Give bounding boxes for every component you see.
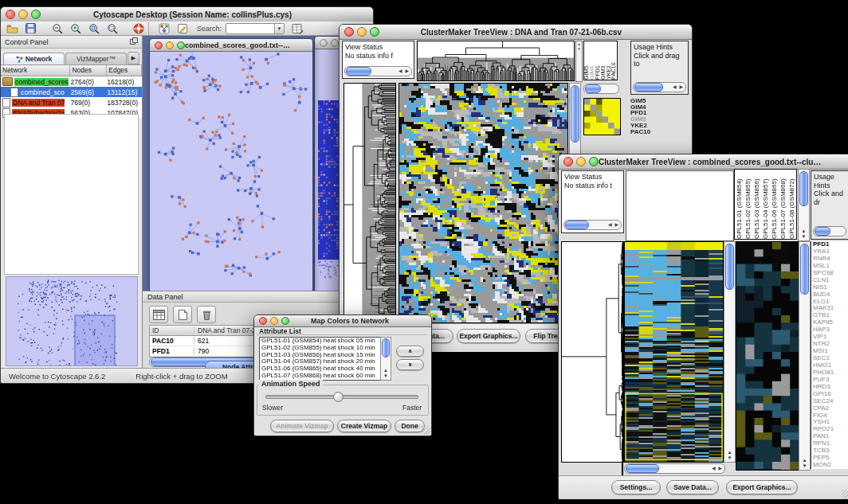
resize-grip[interactable] bbox=[842, 490, 848, 498]
window-controls[interactable] bbox=[563, 157, 599, 166]
scrollbar-thumb[interactable] bbox=[571, 85, 579, 143]
zoom-window-icon[interactable] bbox=[177, 41, 185, 49]
close-icon[interactable] bbox=[6, 10, 15, 19]
resize-grip[interactable] bbox=[422, 426, 430, 435]
network-row-combined-sco-selected[interactable]: combined_sco 2569(6) 13112(15) bbox=[1, 87, 142, 97]
minimize-icon[interactable] bbox=[331, 39, 339, 47]
column-labels-vscrollbar[interactable]: ▲▼ bbox=[798, 169, 810, 241]
column-labels-hscrollbar[interactable] bbox=[583, 84, 619, 94]
zoom-window-icon[interactable] bbox=[31, 10, 41, 19]
column-label[interactable]: GIM4 bbox=[590, 41, 595, 80]
scrollbar-thumb[interactable] bbox=[585, 84, 601, 93]
column-label[interactable]: GPL51-02 (GSM855) bbox=[744, 170, 752, 239]
zoom-in-icon[interactable] bbox=[67, 22, 84, 35]
heatmap-vscrollbar[interactable]: ▲▼ bbox=[724, 241, 736, 463]
float-panel-icon[interactable] bbox=[130, 37, 138, 46]
open-folder-icon[interactable] bbox=[4, 22, 21, 35]
delete-trash-icon[interactable] bbox=[197, 306, 216, 323]
minimize-icon[interactable] bbox=[166, 41, 174, 49]
minimize-icon[interactable] bbox=[357, 27, 367, 37]
column-header-nodes[interactable]: Nodes bbox=[70, 65, 107, 76]
view-status-hscrollbar[interactable]: ◀ ▶ bbox=[344, 66, 412, 76]
view-status-hscrollbar[interactable]: ◀ ▶ bbox=[563, 220, 622, 230]
birdseye-view[interactable] bbox=[6, 276, 138, 366]
search-dropdown-arrow[interactable]: ▼ bbox=[274, 24, 284, 33]
scrollbar-thumb[interactable] bbox=[346, 67, 371, 76]
move-up-button[interactable]: ∧ bbox=[396, 346, 424, 357]
column-label[interactable]: GPL51-08 (GSM872) bbox=[787, 170, 796, 239]
column-label[interactable]: GPL51-03 (GSM856) bbox=[752, 170, 761, 239]
window-controls[interactable] bbox=[6, 10, 41, 19]
scroll-arrows-icon[interactable]: ▲▼ bbox=[799, 458, 810, 469]
zoom-matrix-heatmap[interactable] bbox=[583, 98, 621, 135]
scrollbar-thumb[interactable] bbox=[800, 244, 809, 295]
column-header-edges[interactable]: Edges bbox=[107, 65, 142, 76]
close-icon[interactable] bbox=[344, 27, 354, 37]
close-icon[interactable] bbox=[155, 41, 163, 49]
minimize-icon[interactable] bbox=[270, 317, 278, 325]
window-controls[interactable] bbox=[344, 27, 379, 37]
scrollbar-thumb[interactable] bbox=[626, 464, 659, 473]
treeview1-titlebar[interactable]: ClusterMaker TreeView : DNA and Tran 07-… bbox=[340, 25, 692, 40]
search-input[interactable]: ▼ bbox=[226, 23, 285, 34]
help-lifebuoy-icon[interactable] bbox=[130, 22, 147, 35]
zoom-window-icon[interactable] bbox=[589, 157, 599, 166]
window-controls[interactable] bbox=[155, 41, 185, 49]
export-graphics-button[interactable]: Export Graphics... bbox=[457, 329, 520, 343]
column-label[interactable]: GIM3 bbox=[601, 41, 607, 80]
scroll-arrows-icon[interactable]: ▲▼ bbox=[724, 450, 735, 461]
export-graphics-button[interactable]: Export Graphics... bbox=[726, 480, 798, 494]
column-dendrogram-area[interactable] bbox=[626, 170, 734, 241]
main-heatmap[interactable] bbox=[398, 83, 568, 323]
close-icon[interactable] bbox=[320, 39, 328, 47]
label-scroll-strip[interactable]: ▴▾ bbox=[575, 41, 583, 82]
minimize-icon[interactable] bbox=[18, 10, 28, 19]
gene-label[interactable]: PAC10 bbox=[630, 129, 686, 135]
zoom-window-icon[interactable] bbox=[370, 27, 379, 37]
column-label[interactable]: GPL51-07 (GSM868) bbox=[779, 170, 787, 239]
attribute-list-item[interactable]: GPL51-07 (GSM868) heat shock 60 min bbox=[260, 373, 391, 380]
zoom-heatmap[interactable] bbox=[736, 241, 799, 471]
window-controls[interactable] bbox=[259, 317, 289, 325]
animate-vizmap-button[interactable]: Animate Vizmap bbox=[270, 420, 334, 432]
slider-thumb[interactable] bbox=[333, 392, 344, 402]
dialog-titlebar[interactable]: Map Colors to Network bbox=[254, 315, 431, 327]
minimize-icon[interactable] bbox=[576, 157, 586, 166]
column-header-network[interactable]: Network bbox=[1, 65, 70, 76]
zoom-selected-icon[interactable] bbox=[85, 22, 102, 35]
tab-network[interactable]: Network bbox=[3, 53, 65, 64]
column-dendrogram[interactable] bbox=[417, 41, 575, 81]
zoom-window-icon[interactable] bbox=[281, 317, 289, 325]
column-label[interactable]: GPL51-01 (GSM854) bbox=[735, 170, 744, 239]
column-label[interactable]: GPL51-06 (GSM865) bbox=[770, 170, 779, 239]
settings-button[interactable]: Settings... bbox=[611, 480, 661, 494]
row-dendrogram[interactable] bbox=[344, 83, 396, 323]
save-data-button[interactable]: Save Data... bbox=[666, 480, 719, 494]
new-document-icon[interactable] bbox=[173, 306, 192, 323]
scrollbar-thumb[interactable] bbox=[725, 244, 734, 290]
column-label[interactable]: GPL51-04 (GSM857) bbox=[761, 170, 770, 239]
scroll-arrows-icon[interactable]: ◀ ▶ bbox=[608, 222, 619, 228]
scrollbar-thumb[interactable] bbox=[815, 227, 830, 236]
scrollbar-thumb[interactable] bbox=[799, 171, 808, 206]
layout-nodes-icon[interactable] bbox=[155, 22, 172, 35]
cytoscape-titlebar[interactable]: Cytoscape Desktop (Session Name: collins… bbox=[1, 7, 373, 22]
scrollbar-thumb[interactable] bbox=[565, 221, 589, 229]
column-header-id[interactable]: ID bbox=[150, 326, 194, 334]
network-canvas[interactable] bbox=[150, 52, 309, 288]
gene-label[interactable]: MON2 bbox=[813, 462, 848, 469]
done-button[interactable]: Done bbox=[395, 420, 425, 432]
column-label[interactable]: PFD1 bbox=[595, 41, 601, 80]
attribute-list-vscrollbar[interactable]: ▲▼ bbox=[380, 337, 391, 381]
attribute-browser-icon[interactable] bbox=[289, 22, 306, 35]
close-icon[interactable] bbox=[259, 317, 267, 325]
zoom-fit-icon[interactable] bbox=[104, 22, 120, 35]
heatmap-hscrollbar[interactable]: ◀ ▶ bbox=[624, 463, 725, 474]
scroll-arrows-icon[interactable]: ▲▼ bbox=[381, 368, 391, 379]
scroll-arrows-icon[interactable]: ◀ ▶ bbox=[712, 466, 723, 471]
zoom-heatmap-vscrollbar[interactable]: ▲▼ bbox=[799, 241, 811, 471]
column-label[interactable]: GIM5 bbox=[584, 41, 590, 80]
close-icon[interactable] bbox=[563, 157, 573, 166]
scrollbar-thumb[interactable] bbox=[382, 338, 390, 357]
main-heatmap[interactable] bbox=[624, 241, 724, 463]
